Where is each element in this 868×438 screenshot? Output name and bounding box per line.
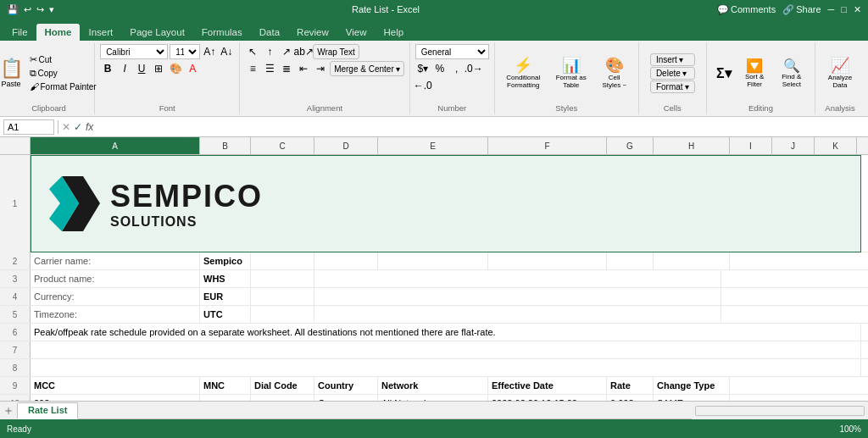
cell-c10[interactable] <box>251 395 314 401</box>
cell-d9[interactable]: Country <box>314 377 378 394</box>
tab-file[interactable]: File <box>3 24 36 41</box>
cell-g2[interactable] <box>607 252 654 269</box>
minimize-btn[interactable]: ─ <box>828 4 835 15</box>
quick-undo-icon[interactable]: ↩ <box>24 4 31 15</box>
analyze-data-btn[interactable]: 📈 Analyze Data <box>821 54 860 91</box>
cell-styles-btn[interactable]: 🎨 Cell Styles ~ <box>596 54 633 91</box>
sum-btn[interactable]: Σ▾ <box>712 64 736 83</box>
cell-e10[interactable]: All Networks <box>378 395 488 401</box>
paste-button[interactable]: 📋 Paste <box>0 56 25 90</box>
cell-c5[interactable] <box>251 306 314 323</box>
col-header-i[interactable]: I <box>730 137 772 154</box>
currency-btn[interactable]: $▾ <box>415 61 431 76</box>
cell-a5[interactable]: Timezone: <box>31 306 200 323</box>
cell-a7[interactable] <box>31 341 861 358</box>
find-select-btn[interactable]: 🔍 Find & Select <box>773 56 810 91</box>
decrease-font-btn[interactable]: A↓ <box>219 44 234 59</box>
cell-a6[interactable]: Peak/offpeak rate schedule provided on a… <box>31 324 861 341</box>
h-scrollbar[interactable] <box>695 406 865 416</box>
sheet-tab-rate-list[interactable]: Rate List <box>17 402 78 419</box>
col-header-j[interactable]: J <box>772 137 815 154</box>
maximize-btn[interactable]: □ <box>841 4 847 15</box>
cell-f10[interactable]: 2023.03.30 12:15:22 <box>488 395 607 401</box>
underline-btn[interactable]: U <box>134 61 149 76</box>
tab-home[interactable]: Home <box>36 24 81 41</box>
cell-a1[interactable]: SEMPICO SOLUTIONS <box>31 155 861 252</box>
cell-g10[interactable]: 0.003 <box>607 395 654 401</box>
confirm-icon[interactable]: ✓ <box>74 121 82 133</box>
cell-reference-box[interactable]: A1 <box>3 119 54 135</box>
decrease-decimal-btn[interactable]: ←.0 <box>415 78 431 93</box>
col-header-a[interactable]: A <box>31 137 200 154</box>
col-header-c[interactable]: C <box>251 137 314 154</box>
tab-insert[interactable]: Insert <box>80 24 121 41</box>
merge-center-btn[interactable]: Merge & Center ▾ <box>330 61 404 76</box>
col-header-d[interactable]: D <box>314 137 378 154</box>
col-header-f[interactable]: F <box>488 137 607 154</box>
cell-d5[interactable] <box>314 306 721 323</box>
wrap-text-btn[interactable]: Wrap Text <box>313 44 359 59</box>
col-header-g[interactable]: G <box>607 137 654 154</box>
cell-b2[interactable]: Sempico <box>200 252 251 269</box>
cell-c2[interactable] <box>251 252 314 269</box>
delete-btn[interactable]: Delete ▾ <box>650 67 695 80</box>
cancel-icon[interactable]: ✕ <box>62 121 70 133</box>
percent-btn[interactable]: % <box>432 61 448 76</box>
col-header-h[interactable]: H <box>654 137 730 154</box>
align-left-btn[interactable]: ≡ <box>245 61 260 76</box>
cell-d10[interactable]: Greece <box>314 395 378 401</box>
quick-redo-icon[interactable]: ↪ <box>36 4 44 15</box>
formula-input[interactable] <box>97 122 865 132</box>
cell-h2[interactable] <box>654 252 730 269</box>
cell-b5[interactable]: UTC <box>200 306 251 323</box>
align-top-left-btn[interactable]: ↖ <box>245 44 260 59</box>
cell-c9[interactable]: Dial Code <box>251 377 314 394</box>
increase-decimal-btn[interactable]: .0→ <box>466 61 481 76</box>
cell-h10[interactable]: SAME <box>654 395 730 401</box>
tab-view[interactable]: View <box>337 24 376 41</box>
italic-btn[interactable]: I <box>117 61 132 76</box>
format-as-table-btn[interactable]: 📊 Format as Table <box>550 54 593 91</box>
tab-formulas[interactable]: Formulas <box>193 24 251 41</box>
cell-a8[interactable] <box>31 359 861 376</box>
format-painter-button[interactable]: 🖌Format Painter <box>26 80 100 92</box>
font-name-select[interactable]: Calibri <box>100 44 168 59</box>
indent-increase-btn[interactable]: ⇥ <box>313 61 328 76</box>
increase-font-btn[interactable]: A↑ <box>202 44 217 59</box>
font-size-select[interactable]: 11 <box>170 44 200 59</box>
cell-a9[interactable]: MCC <box>31 377 200 394</box>
font-color-btn[interactable]: A <box>185 61 200 76</box>
col-header-k[interactable]: K <box>815 137 857 154</box>
cell-f2[interactable] <box>488 252 607 269</box>
cell-b4[interactable]: EUR <box>200 288 251 305</box>
insert-btn[interactable]: Insert ▾ <box>650 53 695 66</box>
cell-e2[interactable] <box>378 252 488 269</box>
tab-review[interactable]: Review <box>288 24 337 41</box>
align-right-btn[interactable]: ≣ <box>279 61 294 76</box>
conditional-formatting-btn[interactable]: ⚡ Conditional Formatting <box>500 54 547 91</box>
cell-d2[interactable] <box>314 252 378 269</box>
cut-button[interactable]: ✂Cut <box>26 53 100 66</box>
align-center-btn[interactable]: ☰ <box>262 61 277 76</box>
sheet-tab-add[interactable]: ＋ <box>0 402 17 419</box>
cell-d4[interactable] <box>314 288 721 305</box>
number-format-select[interactable]: General <box>415 44 489 59</box>
fill-color-btn[interactable]: 🎨 <box>168 61 183 76</box>
border-btn[interactable]: ⊞ <box>151 61 166 76</box>
align-top-center-btn[interactable]: ↑ <box>262 44 277 59</box>
cell-f9[interactable]: Effective Date <box>488 377 607 394</box>
cell-c3[interactable] <box>251 270 314 287</box>
cell-a4[interactable]: Currency: <box>31 288 200 305</box>
col-header-b[interactable]: B <box>200 137 251 154</box>
function-icon[interactable]: fx <box>86 121 93 133</box>
tab-page-layout[interactable]: Page Layout <box>121 24 193 41</box>
cell-b10[interactable] <box>200 395 251 401</box>
tab-data[interactable]: Data <box>251 24 288 41</box>
cell-a2[interactable]: Carrier name: <box>31 252 200 269</box>
tab-help[interactable]: Help <box>376 24 413 41</box>
format-btn[interactable]: Format ▾ <box>650 80 695 93</box>
cell-b3[interactable]: WHS <box>200 270 251 287</box>
cell-c4[interactable] <box>251 288 314 305</box>
sort-filter-btn[interactable]: 🔽 Sort & Filter <box>738 56 771 91</box>
copy-button[interactable]: ⧉Copy <box>26 67 100 80</box>
